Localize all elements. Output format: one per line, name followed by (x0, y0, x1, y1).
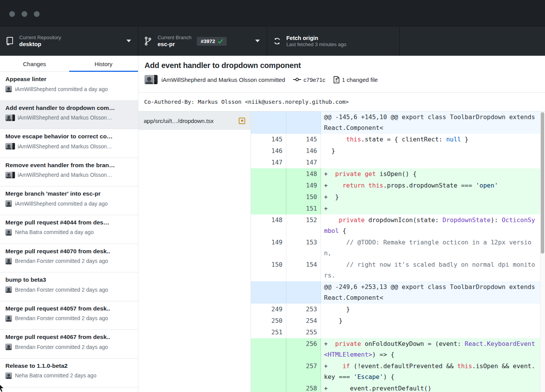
new-line-number: 254 (286, 315, 321, 327)
commit-header: Add event handler to dropdown component … (138, 56, 545, 92)
diff-line-added: 151+ (251, 203, 545, 214)
repository-switcher[interactable]: Current Repository desktop (0, 27, 138, 56)
new-line-number (286, 111, 321, 134)
file-row[interactable]: app/src/ui/t…/dropdown.tsx (138, 111, 251, 130)
new-line-number: 147 (286, 157, 321, 168)
commit-list-title: Add event handler to dropdown com… (5, 105, 133, 111)
code-line: } (321, 304, 545, 315)
tab-changes[interactable]: Changes (0, 56, 69, 72)
commit-list-item[interactable]: bump to beta3 Brendan Forster committed … (0, 272, 138, 301)
old-line-number: 250 (251, 315, 286, 327)
code-line: // right now it's scaled badly on normal… (321, 259, 545, 281)
new-line-number: 154 (286, 259, 321, 281)
code-line: + return this.props.dropdownState === 'o… (321, 180, 545, 191)
pr-status-badge[interactable]: #3972 (197, 37, 227, 46)
committer-avatars (5, 143, 15, 149)
tab-history[interactable]: History (69, 56, 138, 72)
commit-list-byline: Brendan Forster committed 2 days ago (5, 344, 133, 350)
commit-list-item[interactable]: Add event handler to dropdown com… iAmWi… (0, 101, 138, 130)
commit-list-item[interactable]: Appease linter iAmWillShepherd committed… (0, 72, 138, 101)
fetch-origin-button[interactable]: Fetch origin Last fetched 3 minutes ago (267, 27, 400, 56)
commit-list-title: Merge pull request #4057 from desk.. (5, 305, 133, 312)
commit-list-byline: iAmWillShepherd committed a day ago (5, 200, 133, 207)
code-line: + } (321, 191, 545, 203)
commit-list-item[interactable]: Merge branch 'master' into esc-pr iAmWil… (0, 186, 138, 215)
diff-line-context: 251255 (251, 327, 545, 338)
commit-list-item[interactable]: Merge pull request #4067 from desk.. Bre… (0, 330, 138, 359)
commit-list-byline: Neha Batra committed 2 days ago (5, 372, 133, 379)
diff-line-added: 258+ event.preventDefault() (251, 383, 545, 392)
commit-list-title: Merge pull request #4070 from desk.. (5, 248, 133, 255)
toolbar: Current Repository desktop Current Branc… (0, 26, 545, 56)
new-line-number: 145 (286, 134, 321, 145)
old-line-number: 147 (251, 157, 286, 168)
zoom-button[interactable] (34, 11, 40, 17)
commit-title: Add event handler to dropdown component (145, 61, 545, 70)
commit-list-byline: Brendan Forster committed 2 days ago (5, 258, 133, 264)
diff-hunk-header: @@ -145,6 +145,10 @@ export class Toolba… (251, 111, 545, 134)
old-line-number (251, 338, 286, 360)
avatar (145, 75, 154, 84)
branch-switcher[interactable]: Current Branch esc-pr #3972 (138, 27, 267, 56)
old-line-number: 249 (251, 304, 286, 315)
new-line-number: 153 (286, 237, 321, 259)
commit-list-item[interactable]: Merge pull request #4044 from des… Neha … (0, 215, 138, 244)
diff-line-added: 257+ if (!event.defaultPrevented && this… (251, 360, 545, 383)
diff-line-added: 256+ private onFoldoutKeyDown = (event: … (251, 338, 545, 360)
commit-list-item[interactable]: Move escape behavior to correct co… iAmW… (0, 129, 138, 158)
committer-avatars (5, 115, 15, 121)
titlebar (0, 0, 545, 26)
avatar (5, 115, 12, 121)
commit-list-byline: iAmWillShepherd committed a day ago (5, 86, 133, 92)
code-line (321, 157, 545, 168)
chevron-down-icon (255, 40, 260, 42)
code-line: // @TODO: Remake triangle octicon in a 1… (321, 237, 545, 259)
old-line-number: 148 (251, 214, 286, 237)
code-line: + (321, 203, 545, 214)
commit-list: Appease linter iAmWillShepherd committed… (0, 72, 138, 392)
diff-line-context: 249253 } (251, 304, 545, 315)
commit-list-byline: Brendan Forster committed 2 days ago (5, 315, 133, 322)
repo-book-icon (6, 37, 15, 45)
modified-status-icon (239, 118, 245, 124)
avatar (5, 372, 12, 379)
git-branch-icon (145, 37, 153, 46)
file-path: app/src/ui/t…/dropdown.tsx (144, 118, 235, 124)
minimize-button[interactable] (22, 11, 27, 17)
branch-name: esc-pr (158, 41, 191, 48)
branch-label: Current Branch (158, 35, 191, 41)
diff-scrollbar-thumb[interactable] (541, 112, 544, 254)
old-line-number: 145 (251, 134, 286, 145)
commit-list-item[interactable]: Merge pull request #4070 from desk.. Bre… (0, 244, 138, 273)
new-line-number: 256 (286, 338, 321, 360)
commit-list-item[interactable]: Merge pull request #4057 from desk.. Bre… (0, 301, 138, 330)
commit-list-item[interactable]: Merge pull request #4073 from desk.. (0, 387, 138, 392)
close-button[interactable] (9, 11, 15, 17)
diff-line-context: 146146 } (251, 145, 545, 157)
fetch-origin-label: Fetch origin (286, 35, 346, 42)
diff-scrollbar-track[interactable] (540, 111, 545, 392)
commit-list-title: Merge pull request #4067 from desk.. (5, 334, 133, 341)
old-line-number: 146 (251, 145, 286, 157)
code-line: @@ -249,6 +253,13 @@ export class Toolba… (321, 281, 545, 304)
code-line: + private onFoldoutKeyDown = (event: Rea… (321, 338, 545, 360)
new-line-number: 257 (286, 360, 321, 383)
code-line: } (321, 315, 545, 327)
code-line: private dropdownIcon(state: DropdownStat… (321, 214, 545, 237)
avatar (5, 229, 12, 236)
old-line-number: 149 (251, 237, 286, 259)
commit-description: Co-Authored-By: Markus Olsson <niik@user… (138, 92, 545, 111)
commit-list-byline: iAmWillShepherd and Markus Olsson… (5, 115, 133, 121)
diff-view: @@ -145,6 +145,10 @@ export class Toolba… (251, 111, 545, 392)
new-line-number: 148 (286, 168, 321, 180)
new-line-number: 152 (286, 214, 321, 237)
commit-list-item[interactable]: Release to 1.1.0-beta2 Neha Batra commit… (0, 359, 138, 387)
mouse-cursor (0, 383, 5, 392)
diff-line-context: 250254 } (251, 315, 545, 327)
changed-file-list: app/src/ui/t…/dropdown.tsx (138, 111, 251, 392)
commit-list-title: Merge branch 'master' into esc-pr (5, 190, 133, 197)
commit-list-title: Merge pull request #4044 from des… (5, 219, 133, 226)
diff-line-added: 150+ } (251, 191, 545, 203)
diff-line-context: 145145 this.state = { clientRect: null } (251, 134, 545, 145)
commit-list-item[interactable]: Remove event handler from the bran… iAmW… (0, 158, 138, 187)
